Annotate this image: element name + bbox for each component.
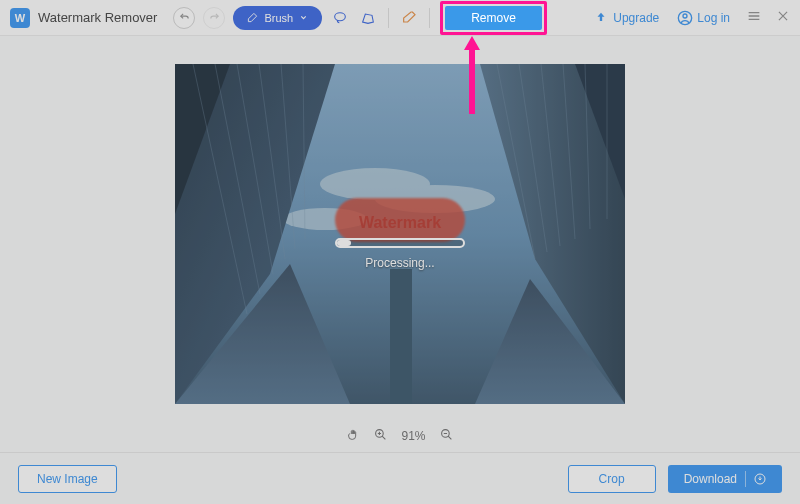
brush-label: Brush	[264, 12, 293, 24]
remove-button[interactable]: Remove	[445, 6, 542, 30]
upload-icon	[594, 11, 608, 25]
upgrade-label: Upgrade	[613, 11, 659, 25]
app-title: Watermark Remover	[38, 10, 157, 25]
login-link[interactable]: Log in	[677, 10, 730, 26]
app-logo-icon: W	[10, 8, 30, 28]
download-button[interactable]: Download	[668, 465, 782, 493]
zoom-in-icon[interactable]	[374, 428, 387, 444]
svg-point-2	[683, 14, 687, 18]
login-label: Log in	[697, 11, 730, 25]
progress-bar	[335, 238, 465, 248]
svg-rect-13	[390, 269, 412, 404]
hand-tool-icon[interactable]	[347, 428, 360, 444]
download-icon	[754, 473, 766, 485]
crop-button[interactable]: Crop	[568, 465, 656, 493]
user-icon	[677, 10, 693, 26]
new-image-button[interactable]: New Image	[18, 465, 117, 493]
svg-point-0	[335, 12, 346, 20]
toolbar-divider	[388, 8, 389, 28]
canvas-area: Watermark Processing...	[0, 36, 800, 452]
processing-status: Processing...	[365, 256, 434, 270]
undo-button[interactable]	[173, 7, 195, 29]
bottom-bar: New Image Crop Download	[0, 452, 800, 504]
eraser-tool-icon[interactable]	[399, 8, 419, 28]
zoom-controls: 91%	[0, 428, 800, 444]
chevron-down-icon	[299, 13, 308, 22]
watermark-sample-text: Watermark	[359, 214, 441, 232]
processing-overlay: Watermark Processing...	[290, 198, 510, 270]
remove-button-highlight: Remove	[440, 1, 547, 35]
toolbar-divider	[429, 8, 430, 28]
upgrade-link[interactable]: Upgrade	[594, 11, 659, 25]
zoom-level: 91%	[401, 429, 425, 443]
close-icon[interactable]	[776, 9, 790, 27]
menu-icon[interactable]	[746, 8, 762, 28]
download-label: Download	[684, 472, 737, 486]
working-image[interactable]: Watermark Processing...	[175, 64, 625, 404]
brush-tool-button[interactable]: Brush	[233, 6, 322, 30]
polygon-tool-icon[interactable]	[358, 8, 378, 28]
top-toolbar: W Watermark Remover Brush Remove Upgrade…	[0, 0, 800, 36]
redo-button[interactable]	[203, 7, 225, 29]
lasso-tool-icon[interactable]	[330, 8, 350, 28]
zoom-out-icon[interactable]	[440, 428, 453, 444]
